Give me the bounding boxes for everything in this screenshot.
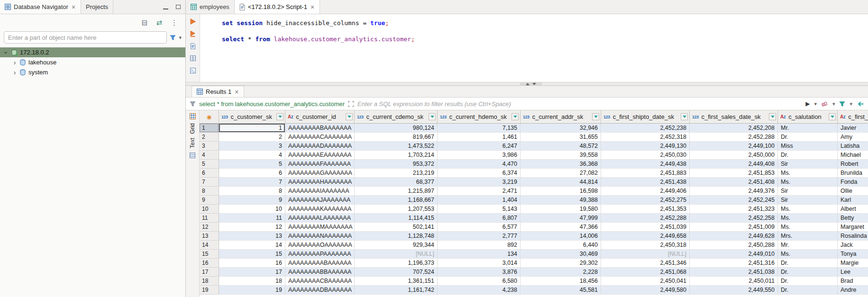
grid-cell-c_customer_sk[interactable]: 14 [219, 241, 285, 250]
column-header-c_current_cdemo_sk[interactable]: 123c_current_cdemo_sk [355, 110, 438, 123]
row-number[interactable]: 11 [200, 214, 219, 223]
grid-cell-c_first_name[interactable]: Andre [838, 286, 868, 295]
grid-cell-c_current_hdemo_sk[interactable]: 3,014 [438, 259, 521, 268]
grid-cell-c_current_cdemo_sk[interactable]: 1,161,742 [355, 286, 438, 295]
grid-cell-c_current_addr_sk[interactable]: 30,469 [521, 250, 601, 259]
explain-plan-button[interactable] [189, 43, 197, 49]
grid-cell-c_salutation[interactable]: Dr. [778, 268, 838, 277]
row-number[interactable]: 18 [200, 277, 219, 286]
row-number[interactable]: 3 [200, 142, 219, 151]
filter-expression-input[interactable]: Enter a SQL expression to filter results… [357, 100, 802, 108]
grid-cell-c_current_hdemo_sk[interactable]: 2,777 [438, 232, 521, 241]
grid-cell-c_current_cdemo_sk[interactable]: 502,141 [355, 223, 438, 232]
grid-cell-c_first_name[interactable]: Rosalinda [838, 232, 868, 241]
grid-cell-c_first_sales_date_sk[interactable]: 2,451,853 [690, 169, 778, 178]
column-sort-dropdown[interactable] [276, 113, 283, 120]
grid-cell-c_salutation[interactable]: Sir [778, 160, 838, 169]
grid-cell-c_customer_id[interactable]: AAAAAAAAMAAAAAAA [285, 223, 355, 232]
grid-cell-c_current_addr_sk[interactable]: 44,814 [521, 178, 601, 187]
grid-cell-c_customer_sk[interactable]: 12 [219, 223, 285, 232]
row-number[interactable]: 4 [200, 151, 219, 160]
grid-cell-c_current_hdemo_sk[interactable]: 892 [438, 241, 521, 250]
grid-cell-c_first_shipto_date_sk[interactable]: 2,451,353 [601, 205, 690, 214]
grid-cell-c_first_name[interactable]: Karl [838, 196, 868, 205]
column-header-c_customer_sk[interactable]: 123c_customer_sk [219, 110, 285, 123]
collapse-all-icon[interactable]: ⊟ [142, 19, 148, 26]
grid-cell-c_current_addr_sk[interactable]: 47,366 [521, 223, 601, 232]
grid-cell-c_first_shipto_date_sk[interactable]: 2,452,238 [601, 124, 690, 133]
collapse-up-icon[interactable] [526, 83, 530, 85]
rail-tab-grid[interactable]: Grid [189, 123, 196, 134]
grid-cell-c_first_name[interactable]: Robert [838, 160, 868, 169]
grid-cell-c_first_name[interactable]: Jack [838, 241, 868, 250]
grid-cell-c_customer_id[interactable]: AAAAAAAABBAAAAAA [285, 268, 355, 277]
grid-cell-c_current_cdemo_sk[interactable]: 1,473,522 [355, 142, 438, 151]
grid-cell-c_customer_sk[interactable]: 2 [219, 133, 285, 142]
grid-cell-c_first_sales_date_sk[interactable]: 2,449,100 [690, 142, 778, 151]
minimize-icon[interactable] [163, 9, 168, 9]
grid-cell-c_first_name[interactable]: Fonda [838, 178, 868, 187]
column-sort-dropdown[interactable] [346, 113, 353, 120]
grid-cell-c_customer_id[interactable]: AAAAAAAAOAAAAAAA [285, 241, 355, 250]
grid-cell-c_current_addr_sk[interactable]: 2,228 [521, 268, 601, 277]
grid-cell-c_current_cdemo_sk[interactable]: 929,344 [355, 241, 438, 250]
close-icon[interactable]: × [71, 4, 76, 10]
tab-results-1[interactable]: Results 1 × [192, 86, 244, 97]
grid-cell-c_current_addr_sk[interactable]: 31,655 [521, 133, 601, 142]
eraser-icon[interactable] [821, 101, 828, 107]
grid-cell-c_customer_sk[interactable]: 9 [219, 196, 285, 205]
execute-script-button[interactable] [189, 30, 197, 37]
column-header-c_current_hdemo_sk[interactable]: 123c_current_hdemo_sk [438, 110, 521, 123]
grid-cell-c_customer_sk[interactable]: 3 [219, 142, 285, 151]
grid-cell-c_customer_sk[interactable]: 11 [219, 214, 285, 223]
grid-cell-c_first_name[interactable]: Betty [838, 214, 868, 223]
grid-cell-c_first_name[interactable]: Brad [838, 277, 868, 286]
row-number[interactable]: 9 [200, 196, 219, 205]
grid-cell-c_current_hdemo_sk[interactable]: 2,471 [438, 187, 521, 196]
grid-cell-c_current_addr_sk[interactable]: 6,440 [521, 241, 601, 250]
grid-cell-c_customer_id[interactable]: AAAAAAAAPAAAAAAA [285, 250, 355, 259]
link-with-editor-icon[interactable]: ⇄ [156, 19, 162, 26]
column-header-c_salutation[interactable]: Azc_salutation [778, 110, 838, 123]
grid-cell-c_current_cdemo_sk[interactable]: 1,114,415 [355, 214, 438, 223]
chevron-down-icon[interactable]: ▾ [179, 35, 182, 41]
grid-cell-c_salutation[interactable]: Sir [778, 187, 838, 196]
grid-cell-c_first_shipto_date_sk[interactable]: 2,449,580 [601, 286, 690, 295]
grid-cell-c_customer_id[interactable]: AAAAAAAADBAAAAAA [285, 286, 355, 295]
grid-cell-c_first_shipto_date_sk[interactable]: 2,449,438 [601, 160, 690, 169]
grid-cell-c_current_addr_sk[interactable]: 14,006 [521, 232, 601, 241]
grid-cell-c_first_sales_date_sk[interactable]: 2,451,323 [690, 205, 778, 214]
output-console-button[interactable] [189, 67, 197, 74]
grid-cell-c_customer_sk[interactable]: 6 [219, 169, 285, 178]
grid-cell-c_customer_sk[interactable]: 16 [219, 259, 285, 268]
grid-cell-c_first_sales_date_sk[interactable]: 2,450,000 [690, 151, 778, 160]
expander-icon[interactable]: › [12, 59, 17, 66]
grid-cell-c_first_name[interactable]: Javier [838, 124, 868, 133]
editor-results-splitter[interactable] [186, 82, 868, 86]
grid-cell-c_salutation[interactable]: Ms. [778, 250, 838, 259]
grid-cell-c_salutation[interactable]: Ms. [778, 169, 838, 178]
grid-cell-c_first_name[interactable]: Lee [838, 268, 868, 277]
row-number[interactable]: 16 [200, 259, 219, 268]
column-header-c_first_shipto_date_sk[interactable]: 123c_first_shipto_date_sk [601, 110, 690, 123]
row-number[interactable]: 12 [200, 223, 219, 232]
column-header-c_first_name[interactable]: Azc_first_name [838, 110, 868, 123]
sql-code[interactable]: set session hide_inaccessible_columns = … [200, 14, 868, 82]
grid-cell-c_salutation[interactable]: Ms. [778, 178, 838, 187]
grid-cell-c_customer_id[interactable]: AAAAAAAAEAAAAAAA [285, 151, 355, 160]
grid-cell-c_first_name[interactable]: Ollie [838, 187, 868, 196]
grid-cell-c_current_addr_sk[interactable]: 36,368 [521, 160, 601, 169]
tree-item-lakehouse[interactable]: › lakehouse [0, 57, 185, 67]
grid-cell-c_customer_id[interactable]: AAAAAAAADAAAAAAA [285, 142, 355, 151]
grid-cell-c_customer_id[interactable]: AAAAAAAAJAAAAAAA [285, 196, 355, 205]
grid-cell-c_first_name[interactable]: Margie [838, 259, 868, 268]
grid-cell-c_current_hdemo_sk[interactable]: 6,374 [438, 169, 521, 178]
overflow-menu-icon[interactable]: ⋮ [171, 19, 178, 26]
grid-cell-c_salutation[interactable]: Ms. [778, 214, 838, 223]
close-icon[interactable]: × [310, 4, 315, 10]
save-filter-funnel-icon[interactable] [839, 101, 845, 107]
grid-cell-c_first_sales_date_sk[interactable]: 2,451,009 [690, 223, 778, 232]
column-header-c_first_sales_date_sk[interactable]: 123c_first_sales_date_sk [690, 110, 778, 123]
grid-cell-c_current_hdemo_sk[interactable]: 3,219 [438, 178, 521, 187]
grid-cell-c_first_shipto_date_sk[interactable]: 2,450,030 [601, 151, 690, 160]
